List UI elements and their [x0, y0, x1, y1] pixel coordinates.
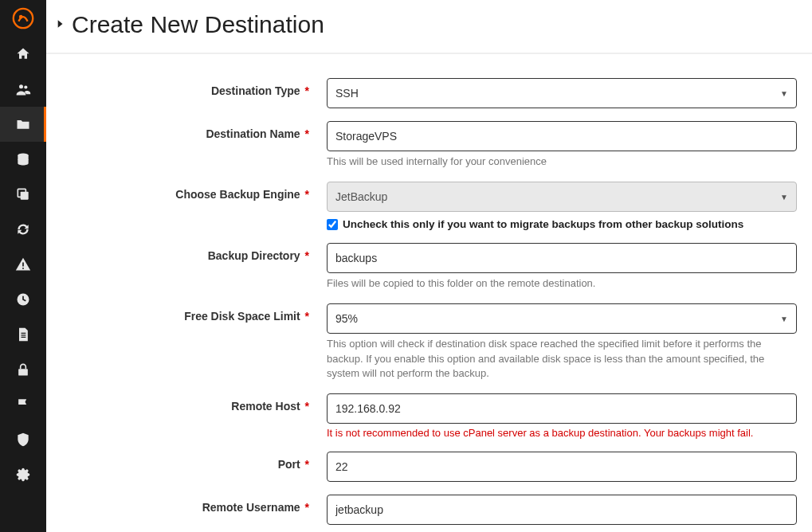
select-destination-type-value: SSH — [335, 87, 359, 100]
checkbox-migrate-backups-label: Uncheck this only if you want to migrate… — [343, 218, 743, 230]
main: Create New Destination Destination Type … — [46, 0, 812, 532]
sidebar-item-users[interactable] — [0, 72, 46, 107]
svg-rect-7 — [22, 263, 24, 267]
sidebar-logo[interactable] — [0, 0, 46, 37]
file-icon — [15, 327, 31, 342]
label-port: Port * — [56, 452, 327, 471]
label-backup-directory: Backup Directory * — [56, 243, 327, 262]
label-free-disk: Free Disk Space Limit * — [56, 303, 327, 323]
header: Create New Destination — [46, 0, 812, 54]
sidebar-item-clock[interactable] — [0, 282, 46, 317]
help-free-disk: This option will check if destination di… — [327, 337, 797, 381]
home-icon — [15, 46, 31, 62]
sidebar-item-file[interactable] — [0, 317, 46, 352]
alert-icon — [15, 256, 31, 272]
input-destination-name[interactable] — [327, 121, 797, 151]
label-backup-engine: Choose Backup Engine * — [56, 182, 327, 201]
checkbox-migrate-backups[interactable] — [327, 219, 338, 230]
flag-icon — [15, 397, 31, 413]
sidebar-item-copy[interactable] — [0, 177, 46, 212]
warn-remote-host: It is not recommended to use cPanel serv… — [327, 427, 797, 439]
svg-point-3 — [24, 85, 27, 88]
row-port: Port * — [56, 452, 802, 482]
breadcrumb-caret[interactable] — [54, 18, 65, 32]
sidebar-item-alert[interactable] — [0, 247, 46, 282]
select-backup-engine[interactable]: JetBackup ▼ — [327, 182, 797, 212]
logo-icon — [11, 6, 35, 30]
sidebar-item-flag[interactable] — [0, 387, 46, 422]
chevron-down-icon: ▼ — [780, 193, 788, 201]
select-destination-type[interactable]: SSH ▼ — [327, 78, 797, 108]
folder-icon — [15, 116, 31, 132]
select-free-disk-value: 95% — [335, 312, 358, 325]
input-remote-host[interactable] — [327, 393, 797, 424]
svg-point-2 — [19, 84, 23, 88]
input-backup-directory[interactable] — [327, 243, 797, 273]
sidebar-item-lock[interactable] — [0, 352, 46, 387]
label-destination-type: Destination Type * — [56, 78, 327, 97]
row-backup-directory: Backup Directory * Files will be copied … — [56, 243, 802, 291]
row-destination-type: Destination Type * SSH ▼ — [56, 78, 802, 108]
sync-icon — [15, 221, 31, 237]
chevron-down-icon: ▼ — [780, 315, 788, 323]
label-destination-name: Destination Name * — [56, 121, 327, 140]
input-port[interactable] — [327, 452, 797, 482]
page-title: Create New Destination — [72, 11, 324, 38]
gear-icon — [15, 467, 31, 483]
chevron-down-icon: ▼ — [780, 89, 788, 98]
row-remote-username: Remote Username * — [56, 495, 802, 525]
lock-icon — [15, 362, 31, 377]
sidebar-item-home[interactable] — [0, 37, 46, 72]
input-remote-username[interactable] — [327, 495, 797, 525]
sidebar-item-shield[interactable] — [0, 422, 46, 457]
row-destination-name: Destination Name * This will be used int… — [56, 121, 802, 169]
select-backup-engine-value: JetBackup — [335, 190, 387, 203]
row-remote-host: Remote Host * It is not recommended to u… — [56, 393, 802, 439]
sidebar — [0, 0, 46, 532]
sidebar-item-sync[interactable] — [0, 212, 46, 247]
svg-point-0 — [14, 9, 33, 28]
help-backup-directory: Files will be copied to this folder on t… — [327, 276, 797, 291]
database-icon — [15, 151, 31, 167]
row-backup-engine: Choose Backup Engine * JetBackup ▼ Unche… — [56, 182, 802, 230]
svg-point-1 — [20, 16, 22, 18]
help-destination-name: This will be used internally for your co… — [327, 155, 797, 169]
form-content: Destination Type * SSH ▼ Destination Nam… — [46, 54, 812, 532]
label-remote-username: Remote Username * — [56, 495, 327, 514]
shield-icon — [15, 432, 31, 448]
svg-rect-8 — [22, 268, 24, 269]
select-free-disk[interactable]: 95% ▼ — [327, 303, 797, 334]
sidebar-item-settings[interactable] — [0, 457, 46, 492]
users-icon — [15, 81, 31, 97]
label-remote-host: Remote Host * — [56, 393, 327, 413]
clock-icon — [15, 291, 31, 307]
row-free-disk: Free Disk Space Limit * 95% ▼ This optio… — [56, 303, 802, 381]
sidebar-item-database[interactable] — [0, 142, 46, 177]
sidebar-item-folder[interactable] — [0, 107, 46, 142]
svg-rect-10 — [18, 369, 28, 375]
caret-right-icon — [54, 18, 65, 29]
svg-rect-5 — [21, 192, 29, 200]
copy-icon — [15, 186, 31, 202]
